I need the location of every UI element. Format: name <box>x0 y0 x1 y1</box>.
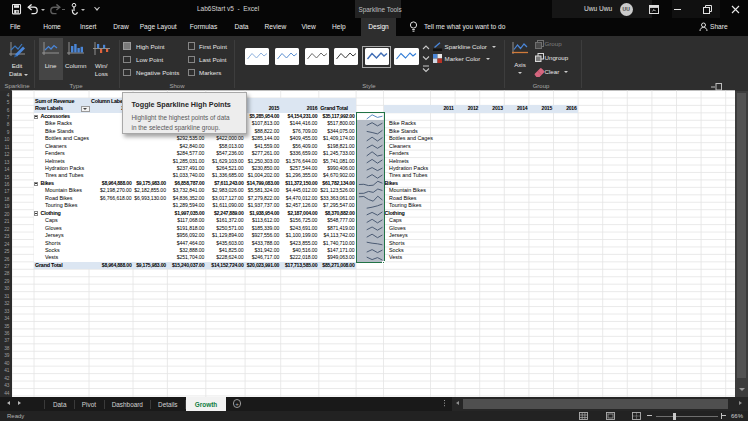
svg-text:25: 25 <box>4 249 10 254</box>
svg-text:14: 14 <box>4 167 10 172</box>
svg-text:8: 8 <box>7 122 10 127</box>
svg-text:42: 42 <box>4 376 10 381</box>
svg-text:12: 12 <box>4 152 10 157</box>
svg-text:29: 29 <box>4 279 10 284</box>
svg-text:4: 4 <box>7 93 10 98</box>
svg-text:15: 15 <box>4 175 10 180</box>
svg-text:39: 39 <box>4 353 10 358</box>
svg-text:27: 27 <box>4 264 10 269</box>
svg-text:34: 34 <box>4 316 10 321</box>
svg-text:9: 9 <box>7 130 10 135</box>
svg-text:26: 26 <box>4 257 10 262</box>
svg-text:24: 24 <box>4 242 10 247</box>
svg-text:19: 19 <box>4 204 10 209</box>
svg-text:43: 43 <box>4 383 10 388</box>
svg-text:23: 23 <box>4 234 10 239</box>
svg-text:37: 37 <box>4 338 10 343</box>
svg-text:44: 44 <box>4 391 10 396</box>
svg-text:21: 21 <box>4 219 10 224</box>
svg-text:20: 20 <box>4 212 10 217</box>
svg-text:5: 5 <box>7 100 10 105</box>
svg-text:38: 38 <box>4 346 10 351</box>
svg-text:13: 13 <box>4 160 10 165</box>
svg-text:11: 11 <box>5 145 10 150</box>
svg-text:32: 32 <box>4 301 10 306</box>
svg-text:17: 17 <box>4 189 10 194</box>
svg-text:16: 16 <box>4 182 10 187</box>
svg-text:10: 10 <box>4 137 10 142</box>
svg-text:6: 6 <box>7 108 10 113</box>
svg-text:7: 7 <box>7 115 10 120</box>
svg-text:22: 22 <box>4 227 10 232</box>
svg-text:36: 36 <box>4 331 10 336</box>
svg-text:41: 41 <box>4 368 10 373</box>
svg-text:35: 35 <box>4 324 10 329</box>
svg-text:30: 30 <box>4 286 10 291</box>
svg-text:31: 31 <box>4 294 10 299</box>
svg-text:40: 40 <box>4 361 10 366</box>
svg-text:28: 28 <box>4 271 10 276</box>
svg-text:33: 33 <box>4 309 10 314</box>
svg-text:18: 18 <box>4 197 10 202</box>
